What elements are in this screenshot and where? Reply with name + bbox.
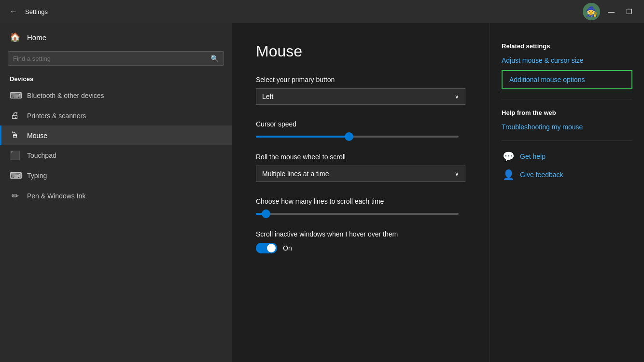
related-settings-title: Related settings <box>502 42 632 50</box>
cursor-speed-slider[interactable] <box>256 136 465 138</box>
sidebar-item-label: Typing <box>27 172 47 180</box>
lines-label: Choose how many lines to scroll each tim… <box>256 197 465 205</box>
slider-thumb[interactable] <box>345 132 353 141</box>
primary-button-label: Select your primary button <box>256 76 465 84</box>
restore-button[interactable]: ❐ <box>622 6 636 17</box>
panel-divider-2 <box>502 140 632 141</box>
search-input[interactable] <box>13 55 210 62</box>
get-help-row: 💬 Get help <box>502 151 632 162</box>
typing-icon: ⌨ <box>10 170 20 181</box>
slider-fill <box>256 136 349 138</box>
inactive-scroll-group: Scroll inactive windows when I hover ove… <box>256 230 465 253</box>
sidebar-item-pen[interactable]: ✏ Pen & Windows Ink <box>0 186 232 206</box>
primary-button-value: Left <box>262 93 273 100</box>
sidebar-item-label: Touchpad <box>27 152 56 159</box>
sidebar: 🏠 Home 🔍 Devices ⌨ Bluetooth & other dev… <box>0 23 232 362</box>
scroll-value: Multiple lines at a time <box>262 170 329 178</box>
sidebar-item-printers[interactable]: 🖨 Printers & scanners <box>0 106 232 125</box>
give-feedback-row: 👤 Give feedback <box>502 169 632 181</box>
lines-scroll-group: Choose how many lines to scroll each tim… <box>256 197 465 215</box>
cursor-speed-label: Cursor speed <box>256 120 465 128</box>
chevron-down-icon: ∨ <box>455 170 459 177</box>
avatar: 🧙 <box>583 3 600 20</box>
scroll-dropdown[interactable]: Multiple lines at a time ∨ <box>256 166 465 182</box>
help-title: Help from the web <box>502 109 632 116</box>
toggle-knob <box>267 244 276 252</box>
bluetooth-icon: ⌨ <box>10 90 20 101</box>
additional-mouse-options-link[interactable]: Additional mouse options <box>502 70 632 89</box>
inactive-scroll-label: Scroll inactive windows when I hover ove… <box>256 230 465 238</box>
home-label: Home <box>27 33 46 42</box>
titlebar-title: Settings <box>25 8 48 15</box>
titlebar-controls: 🧙 — ❐ <box>583 3 636 20</box>
scroll-group: Roll the mouse wheel to scroll Multiple … <box>256 153 465 182</box>
panel-divider-1 <box>502 99 632 99</box>
toggle-label: On <box>283 244 292 252</box>
sidebar-item-touchpad[interactable]: ⬛ Touchpad <box>0 145 232 166</box>
inactive-scroll-toggle[interactable] <box>256 243 277 253</box>
primary-button-dropdown[interactable]: Left ∨ <box>256 88 465 105</box>
sidebar-item-home[interactable]: 🏠 Home <box>0 27 232 47</box>
scroll-label: Roll the mouse wheel to scroll <box>256 153 465 161</box>
give-feedback-link[interactable]: Give feedback <box>520 171 563 179</box>
page-title: Mouse <box>256 42 465 60</box>
lines-slider-thumb[interactable] <box>262 209 270 218</box>
content-area: Mouse Select your primary button Left ∨ … <box>232 23 644 362</box>
sidebar-item-bluetooth[interactable]: ⌨ Bluetooth & other devices <box>0 85 232 106</box>
primary-button-group: Select your primary button Left ∨ <box>256 76 465 105</box>
sidebar-item-label: Pen & Windows Ink <box>27 192 85 200</box>
home-icon: 🏠 <box>10 32 20 42</box>
inactive-scroll-toggle-row: On <box>256 243 465 253</box>
get-help-icon: 💬 <box>502 151 515 162</box>
touchpad-icon: ⬛ <box>10 150 20 161</box>
slider-track <box>256 136 459 138</box>
lines-slider-track <box>256 213 459 215</box>
search-icon: 🔍 <box>210 55 219 62</box>
sidebar-item-label: Bluetooth & other devices <box>27 92 104 99</box>
right-panel: Related settings Adjust mouse & cursor s… <box>490 23 644 362</box>
sidebar-item-label: Printers & scanners <box>27 112 86 120</box>
search-box[interactable]: 🔍 <box>8 51 224 66</box>
app-body: 🏠 Home 🔍 Devices ⌨ Bluetooth & other dev… <box>0 23 644 362</box>
sidebar-section-title: Devices <box>0 70 232 85</box>
troubleshoot-link[interactable]: Troubleshooting my mouse <box>502 123 632 131</box>
get-help-link[interactable]: Get help <box>520 153 546 160</box>
sidebar-item-label: Mouse <box>27 132 47 139</box>
minimize-button[interactable]: — <box>604 6 618 17</box>
lines-scroll-slider[interactable] <box>256 213 465 215</box>
sidebar-item-mouse[interactable]: 🖱 Mouse <box>0 125 232 145</box>
give-feedback-icon: 👤 <box>502 169 515 181</box>
titlebar-left: ← Settings <box>8 5 48 18</box>
titlebar: ← Settings 🧙 — ❐ <box>0 0 644 23</box>
sidebar-item-typing[interactable]: ⌨ Typing <box>0 166 232 186</box>
main-content: Mouse Select your primary button Left ∨ … <box>232 23 490 362</box>
printers-icon: 🖨 <box>10 111 20 121</box>
pen-icon: ✏ <box>10 191 20 201</box>
back-button[interactable]: ← <box>8 5 19 18</box>
adjust-cursor-link[interactable]: Adjust mouse & cursor size <box>502 56 632 64</box>
mouse-icon: 🖱 <box>10 130 20 140</box>
chevron-down-icon: ∨ <box>455 93 459 100</box>
cursor-speed-group: Cursor speed <box>256 120 465 138</box>
